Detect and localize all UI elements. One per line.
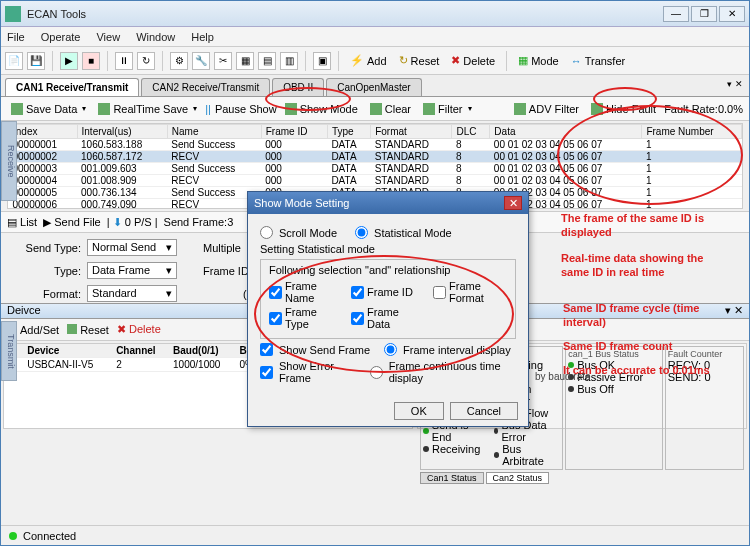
send-type-select[interactable]: Normal Send▾ <box>87 239 177 256</box>
show-mode-dialog: Show Mode Setting ✕ Scroll Mode Statisti… <box>247 191 529 427</box>
can2-status-tab[interactable]: Can2 Status <box>486 472 550 484</box>
send-type-label: Send Type: <box>21 242 81 254</box>
can1-status-tab[interactable]: Can1 Status <box>420 472 484 484</box>
tab-can2[interactable]: CAN2 Receive/Transmit <box>141 78 270 96</box>
dialog-close-button[interactable]: ✕ <box>504 196 522 210</box>
type-select[interactable]: Data Frame▾ <box>87 262 177 279</box>
menu-operate[interactable]: Operate <box>41 31 81 43</box>
ok-button[interactable]: OK <box>394 402 444 420</box>
tool-save-icon[interactable]: 💾 <box>27 52 45 70</box>
fault-rate-label: Fault Rate:0.0% <box>664 103 743 115</box>
reset-button[interactable]: ↻Reset <box>395 54 444 67</box>
fault-recv: RECV: 0 <box>668 359 741 371</box>
transmit-sidebar[interactable]: Transmit <box>1 321 17 381</box>
connected-led-icon <box>9 532 17 540</box>
add-button[interactable]: ⚡Add <box>346 54 391 67</box>
connected-label: Connected <box>23 530 76 542</box>
clear-button[interactable]: Clear <box>366 103 415 115</box>
tab-canopen[interactable]: CanOpenMaster <box>326 78 421 96</box>
ps-label: 0 P/S <box>125 216 152 228</box>
tool-start-icon[interactable]: ▶ <box>60 52 78 70</box>
title-bar: ECAN Tools — ❐ ✕ <box>1 1 749 27</box>
frame-id-checkbox[interactable] <box>351 286 364 299</box>
tab-obd[interactable]: OBD II <box>272 78 324 96</box>
app-icon <box>5 6 21 22</box>
show-mode-button[interactable]: Show Mode <box>281 103 362 115</box>
frame-data-checkbox[interactable] <box>351 312 364 325</box>
table-row[interactable]: 000000021060.587.172RECV000DATASTANDARD8… <box>9 151 742 163</box>
dev-delete-button[interactable]: ✖ Delete <box>117 323 161 336</box>
send-file-button[interactable]: ▶ Send File <box>43 216 101 229</box>
frame-type-checkbox[interactable] <box>269 312 282 325</box>
status-item: Bus Off <box>568 383 660 395</box>
tabs-dropdown-icon[interactable]: ▾ ✕ <box>727 79 743 89</box>
filter-button[interactable]: Filter <box>419 103 475 115</box>
tool-doc-icon[interactable]: ▣ <box>313 52 331 70</box>
receive-sidebar[interactable]: Receive <box>1 121 17 201</box>
tool-wrench-icon[interactable]: 🔧 <box>192 52 210 70</box>
realtime-save-button[interactable]: RealTime Save <box>94 103 201 115</box>
cancel-button[interactable]: Cancel <box>450 402 518 420</box>
menu-bar: File Operate View Window Help <box>1 27 749 47</box>
menu-help[interactable]: Help <box>191 31 214 43</box>
table-row[interactable]: 000000011060.583.188Send Success000DATAS… <box>9 139 742 151</box>
tab-bar: CAN1 Receive/Transmit CAN2 Receive/Trans… <box>1 75 749 97</box>
tool-stop-icon[interactable]: ■ <box>82 52 100 70</box>
frame-name-checkbox[interactable] <box>269 286 282 299</box>
tool-icon[interactable]: ▦ <box>236 52 254 70</box>
selection-fieldset: Following selection "and" relationship F… <box>260 259 516 339</box>
menu-view[interactable]: View <box>96 31 120 43</box>
table-row[interactable]: 00000003001.009.603Send Success000DATAST… <box>9 163 742 175</box>
table-row[interactable]: 00000004001.008.909RECV000DATASTANDARD80… <box>9 175 742 187</box>
continuous-display-radio[interactable] <box>370 366 383 379</box>
type-label: Type: <box>21 265 81 277</box>
menu-file[interactable]: File <box>7 31 25 43</box>
multiple-label: Multiple <box>203 242 241 254</box>
fault-send: SEND: 0 <box>668 371 741 383</box>
pause-show-button[interactable]: Pause Show <box>215 103 277 115</box>
save-data-button[interactable]: Save Data <box>7 103 90 115</box>
baud-text: by baud rate <box>535 371 591 382</box>
status-item: Receiving <box>423 443 490 455</box>
receive-toolbar: Save Data RealTime Save || Pause Show Sh… <box>1 97 749 121</box>
setting-label: Setting Statistical mode <box>260 243 516 255</box>
show-send-checkbox[interactable] <box>260 343 273 356</box>
list-button[interactable]: ▤ List <box>7 216 37 229</box>
tool-icon2[interactable]: ▤ <box>258 52 276 70</box>
tool-pause-icon[interactable]: ⏸ <box>115 52 133 70</box>
frame-format-checkbox[interactable] <box>433 286 446 299</box>
adv-filter-button[interactable]: ADV Filter <box>510 103 583 115</box>
status-item: Bus Arbitrate <box>494 443 561 467</box>
delete-button[interactable]: ✖Delete <box>447 54 499 67</box>
send-frame-label: Send Frame:3 <box>164 216 234 228</box>
transfer-button[interactable]: ↔Transfer <box>567 55 630 67</box>
format-label: Format: <box>21 288 81 300</box>
dev-reset-button[interactable]: Reset <box>67 324 109 336</box>
format-select[interactable]: Standard▾ <box>87 285 177 302</box>
hide-fault-button[interactable]: Hide Fault <box>587 103 660 115</box>
fault-counter-title: Fault Counter <box>668 349 741 359</box>
maximize-button[interactable]: ❐ <box>691 6 717 22</box>
scroll-mode-radio[interactable] <box>260 226 273 239</box>
bus-status-title: can_1 Bus Status <box>568 349 660 359</box>
tool-gear-icon[interactable]: ⚙ <box>170 52 188 70</box>
tab-can1[interactable]: CAN1 Receive/Transmit <box>5 78 139 96</box>
menu-window[interactable]: Window <box>136 31 175 43</box>
minimize-button[interactable]: — <box>663 6 689 22</box>
close-button[interactable]: ✕ <box>719 6 745 22</box>
window-title: ECAN Tools <box>27 8 663 20</box>
tool-new-icon[interactable]: 📄 <box>5 52 23 70</box>
tool-cut-icon[interactable]: ✂ <box>214 52 232 70</box>
interval-display-radio[interactable] <box>384 343 397 356</box>
main-toolbar: 📄 💾 ▶ ■ ⏸ ↻ ⚙ 🔧 ✂ ▦ ▤ ▥ ▣ ⚡Add ↻Reset ✖D… <box>1 47 749 75</box>
status-bar: Connected <box>1 525 749 545</box>
tool-icon3[interactable]: ▥ <box>280 52 298 70</box>
show-error-checkbox[interactable] <box>260 366 273 379</box>
tool-refresh-icon[interactable]: ↻ <box>137 52 155 70</box>
dialog-title: Show Mode Setting <box>254 197 349 209</box>
mode-button[interactable]: ▦Mode <box>514 54 563 67</box>
following-label: Following selection "and" relationship <box>269 264 507 276</box>
statistical-mode-radio[interactable] <box>355 226 368 239</box>
status-item: Bus OK <box>568 359 660 371</box>
